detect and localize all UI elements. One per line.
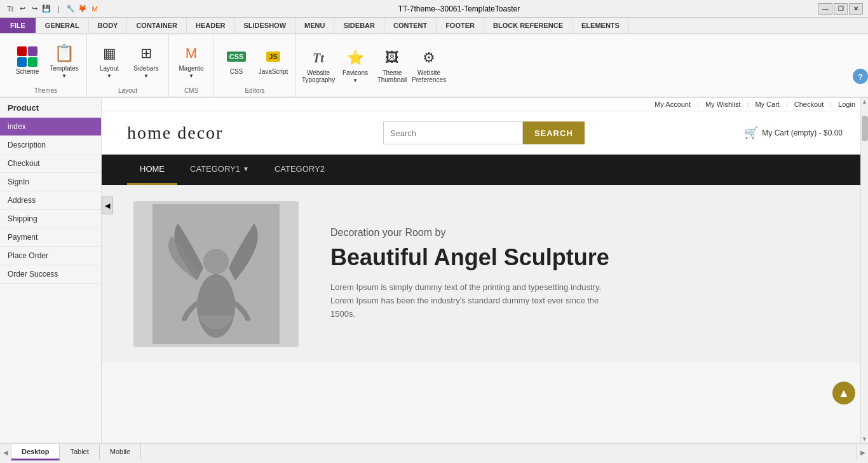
magento-icon: M (181, 43, 201, 64)
vertical-scrollbar[interactable]: ▲ ▼ (860, 98, 868, 443)
javascript-button[interactable]: JS JavaScript (256, 38, 290, 84)
angel-svg (153, 204, 280, 344)
bottom-left-arrow[interactable]: ◀ (0, 444, 11, 460)
help-button[interactable]: ? (853, 69, 868, 84)
nav-header[interactable]: HEADER (187, 18, 234, 33)
sidebar-item-shipping[interactable]: Shipping (0, 210, 101, 228)
window-title: TT-7theme--30061-TemplateToaster (100, 4, 818, 13)
site-logo: home decor (127, 123, 223, 143)
cart-info[interactable]: 🛒 My Cart (empty) - $0.00 (744, 126, 843, 140)
templates-button[interactable]: 📋 Templates ▼ (47, 38, 81, 84)
preview-nav: HOME CATEGORY1 ▼ CATEGORY2 (102, 155, 868, 185)
save-icon[interactable]: 💾 (41, 4, 51, 14)
nav-home[interactable]: HOME (127, 155, 177, 185)
nav-body[interactable]: BODY (89, 18, 128, 33)
ribbon-group-layout: ▦ Layout ▼ ⊞ Sidebars ▼ Layout (87, 34, 169, 97)
layout-button[interactable]: ▦ Layout ▼ (92, 38, 126, 84)
nav-slideshow[interactable]: SLIDESHOW (234, 18, 295, 33)
sidebar-item-address[interactable]: Address (0, 191, 101, 210)
sidebar-item-checkout[interactable]: Checkout (0, 155, 101, 173)
nav-footer[interactable]: FOOTER (437, 18, 484, 33)
theme-thumbnail-button[interactable]: 🖼 ThemeThumbnail (375, 43, 409, 88)
templates-label: Templates (50, 65, 79, 72)
hero-subtitle: Decoration your Room by (330, 227, 843, 238)
my-wishlist-link[interactable]: My Wishlist (705, 100, 741, 108)
favicons-button[interactable]: ⭐ Favicons ▼ (338, 43, 372, 88)
minimize-button[interactable]: — (818, 3, 832, 15)
my-cart-link[interactable]: My Cart (755, 100, 780, 108)
thumbnail-icon: 🖼 (382, 48, 402, 68)
sidebar-title: Product (0, 98, 101, 118)
sep3: | (786, 100, 788, 108)
tab-desktop[interactable]: Desktop (11, 444, 60, 460)
nav-content[interactable]: CONTENT (384, 18, 437, 33)
scroll-up-arrow[interactable]: ▲ (862, 98, 868, 106)
cms-label: CMS (184, 87, 198, 94)
sidebars-button[interactable]: ⊞ Sidebars ▼ (129, 38, 163, 84)
my-account-link[interactable]: My Account (654, 100, 691, 108)
scroll-down-arrow[interactable]: ▼ (862, 435, 868, 443)
templates-icon: 📋 (54, 43, 74, 64)
sidebar-item-signin[interactable]: SignIn (0, 173, 101, 191)
collapse-sidebar-button[interactable]: ◀ (102, 197, 113, 214)
window-controls[interactable]: — ❐ ✕ (818, 3, 863, 15)
ribbon: Scheme 📋 Templates ▼ Themes ▦ Layout ▼ ⊞… (0, 34, 868, 98)
nav-elements[interactable]: ELEMENTS (573, 18, 629, 33)
search-button[interactable]: SEARCH (523, 121, 585, 144)
scroll-up-button[interactable]: ▲ (832, 382, 855, 404)
sidebar-item-index[interactable]: index (0, 118, 101, 136)
website-preferences-label: WebsitePreferences (412, 69, 446, 83)
scheme-button[interactable]: Scheme (10, 38, 44, 84)
sidebar-item-payment[interactable]: Payment (0, 228, 101, 247)
sep1: | (697, 100, 699, 108)
typography-icon: Tt (308, 48, 329, 68)
templates-dropdown-icon: ▼ (62, 73, 67, 79)
favicons-icon: ⭐ (345, 48, 365, 68)
main-area: ◀ Product index Description Checkout Sig… (0, 98, 868, 443)
hero-angel-image (133, 201, 299, 347)
preview-header: home decor SEARCH 🛒 My Cart (empty) - $0… (102, 111, 868, 155)
icon1: 🔧 (65, 4, 76, 14)
nav-category2[interactable]: CATEGORY2 (262, 155, 337, 185)
editors-items: CSS CSS JS JavaScript (219, 37, 290, 85)
nav-block-reference[interactable]: BLOCK REFERENCE (484, 18, 573, 33)
icon2: 🦊 (78, 4, 88, 14)
sidebar-item-place-order[interactable]: Place Order (0, 247, 101, 265)
bottom-right-arrow[interactable]: ▶ (857, 444, 868, 460)
toolbar-icons: Tt ↩ ↪ 💾 | 🔧 🦊 M (5, 4, 100, 14)
layout-label: Layout (118, 87, 137, 94)
nav-category1[interactable]: CATEGORY1 ▼ (177, 155, 262, 185)
search-input[interactable] (383, 121, 523, 144)
checkout-link[interactable]: Checkout (794, 100, 824, 108)
tab-tablet[interactable]: Tablet (60, 444, 99, 460)
nav-general[interactable]: GENERAL (36, 18, 89, 33)
tab-mobile[interactable]: Mobile (100, 444, 141, 460)
website-preferences-button[interactable]: ⚙ WebsitePreferences (412, 43, 446, 88)
favicons-dropdown-icon: ▼ (353, 78, 358, 83)
content-area: My Account | My Wishlist | My Cart | Che… (102, 98, 868, 443)
undo-icon[interactable]: ↩ (17, 4, 27, 14)
magento-label: Magento (179, 65, 204, 72)
css-button[interactable]: CSS CSS (219, 38, 254, 84)
website-typography-button[interactable]: Tt WebsiteTypography (301, 43, 336, 88)
scrollbar-thumb[interactable] (862, 116, 868, 141)
nav-menu[interactable]: MENU (295, 18, 334, 33)
cms-items: M Magento ▼ (174, 37, 208, 85)
css-icon: CSS (226, 46, 247, 67)
layout-icon: ▦ (99, 43, 119, 64)
nav-file[interactable]: FILE (0, 18, 36, 33)
redo-icon[interactable]: ↪ (29, 4, 39, 14)
sidebar-item-order-success[interactable]: Order Success (0, 265, 101, 284)
sidebar-item-description[interactable]: Description (0, 136, 101, 155)
preview-top-bar: My Account | My Wishlist | My Cart | Che… (102, 98, 868, 111)
sep4: | (830, 100, 832, 108)
themes-items: Scheme 📋 Templates ▼ (10, 37, 81, 85)
javascript-label: JavaScript (259, 68, 288, 75)
login-link[interactable]: Login (838, 100, 855, 108)
nav-sidebar[interactable]: SIDEBAR (334, 18, 384, 33)
nav-container[interactable]: CONTAINER (127, 18, 187, 33)
top-nav: FILE GENERAL BODY CONTAINER HEADER SLIDE… (0, 18, 868, 34)
restore-button[interactable]: ❐ (834, 3, 848, 15)
magento-button[interactable]: M Magento ▼ (174, 38, 208, 84)
close-button[interactable]: ✕ (849, 3, 863, 15)
